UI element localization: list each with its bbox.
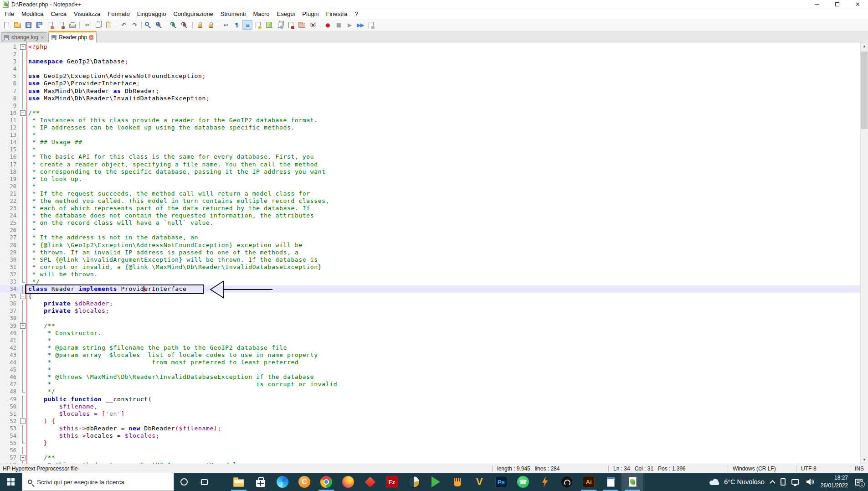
macro-save-button[interactable]	[366, 20, 376, 30]
show-hidden-icons-chevron[interactable]	[770, 480, 776, 486]
code-line[interactable]: 27 * If the address is not in the databa…	[0, 234, 868, 241]
code-line[interactable]: 32 * will be thrown.	[0, 271, 868, 278]
code-line[interactable]: 21 * If the request succeeds, the method…	[0, 190, 868, 197]
code-line[interactable]: 54 $this->locales = $locales;	[0, 432, 868, 439]
code-line[interactable]: 53 $this->dbReader = new DbReader($filen…	[0, 425, 868, 432]
code-line[interactable]: 36 private $dbReader;	[0, 300, 868, 307]
volume-icon[interactable]	[806, 478, 815, 486]
code-line[interactable]: 20 *	[0, 183, 868, 190]
code-line[interactable]: 57 /**	[0, 454, 868, 461]
find-button[interactable]	[144, 20, 154, 30]
taskbar-app-firefox[interactable]	[337, 473, 359, 491]
code-line[interactable]: 51 $locales = ['en']	[0, 410, 868, 418]
code-line[interactable]: 28 * {@link \GeoIp2\Exception\AddressNot…	[0, 242, 868, 249]
task-view-button[interactable]	[194, 473, 214, 491]
zoom-in-button[interactable]	[169, 20, 180, 30]
code-line[interactable]: 45 *	[0, 366, 868, 373]
macro-stop-button[interactable]: ■	[333, 20, 344, 30]
macro-play-button[interactable]: ▶	[344, 20, 354, 30]
code-line[interactable]: 23 * each of which represents part of th…	[0, 205, 868, 212]
code-line[interactable]: 19 * to look up.	[0, 176, 868, 183]
code-line[interactable]: 6use GeoIp2\ProviderInterface;	[0, 80, 868, 87]
code-line[interactable]: 55 }	[0, 439, 868, 447]
code-line[interactable]: 22 * the method you called. This model i…	[0, 197, 868, 205]
start-button[interactable]	[0, 473, 22, 491]
weather-widget[interactable]: 6°C Nuvoloso	[709, 478, 765, 486]
close-all-button[interactable]	[56, 20, 67, 30]
code-line[interactable]: 7use MaxMind\Db\Reader as DbReader;	[0, 88, 868, 95]
print-button[interactable]	[67, 20, 77, 30]
taskbar-app-file-explorer[interactable]	[228, 473, 250, 491]
taskbar-app-whatsapp[interactable]: ☎	[512, 473, 534, 491]
scrollbar-thumb[interactable]	[861, 52, 868, 129]
code-line[interactable]: 17 * create a reader object, specifying …	[0, 161, 868, 168]
code-line[interactable]: 41 *	[0, 337, 868, 344]
vertical-scrollbar[interactable]: ▲ ▼	[860, 42, 868, 464]
paste-button[interactable]	[103, 20, 114, 30]
code-line[interactable]: 1<?php	[0, 43, 868, 51]
menu-item-plugin[interactable]: Plugin	[298, 10, 322, 19]
code-line[interactable]: 18 * corresponding to the specific datab…	[0, 168, 868, 176]
word-wrap-button[interactable]: ↩	[220, 20, 231, 30]
taskbar-app-filezilla[interactable]: Fz	[381, 473, 403, 491]
code-line[interactable]: 9	[0, 102, 868, 109]
code-line[interactable]: 2	[0, 51, 868, 58]
code-line[interactable]: 13 *	[0, 131, 868, 139]
save-all-button[interactable]	[34, 20, 45, 30]
indent-guide-button[interactable]: ≡	[242, 20, 252, 30]
code-line[interactable]: 40 * Constructor.	[0, 330, 868, 337]
search-input[interactable]	[37, 479, 164, 486]
cut-button[interactable]: ✂	[82, 20, 92, 30]
code-line[interactable]: 3namespace GeoIp2\Database;	[0, 58, 868, 65]
code-line[interactable]: 4	[0, 65, 868, 72]
code-editor[interactable]: 1<?php23namespace GeoIp2\Database;45use …	[0, 42, 868, 464]
taskbar-app-lightning[interactable]	[534, 473, 556, 491]
menu-item-linguaggio[interactable]: Linguaggio	[134, 10, 170, 19]
code-line[interactable]: 52 ) {	[0, 418, 868, 425]
menu-item-help[interactable]: ?	[351, 10, 361, 19]
status-eol-format[interactable]: Windows (CR LF)	[728, 465, 796, 472]
code-line[interactable]: 42 * @param string $filename the path to…	[0, 344, 868, 351]
document-map-button[interactable]	[264, 20, 274, 30]
sync-scroll-horizontal-button[interactable]	[205, 20, 216, 30]
code-line[interactable]: 15 *	[0, 146, 868, 153]
code-line[interactable]: 49 public function __construct(	[0, 396, 868, 403]
taskbar-search[interactable]	[22, 473, 174, 491]
tab-close-icon[interactable]: ×	[41, 35, 44, 40]
code-line[interactable]: 30 * SPL {@link \InvalidArgumentExceptio…	[0, 256, 868, 264]
code-line[interactable]: 58 * This method returns a GeoIP2 Anonym…	[0, 461, 868, 464]
taskbar-app-gold-v[interactable]: V	[468, 473, 490, 491]
code-line[interactable]: 38	[0, 315, 868, 322]
tab-Reader-php[interactable]: Reader.php×	[48, 31, 97, 42]
menu-item-configurazione[interactable]: Configurazione	[169, 10, 216, 19]
code-line[interactable]: 48 */	[0, 388, 868, 395]
taskbar-app-ccleaner[interactable]: C	[293, 473, 315, 491]
fold-marker[interactable]	[19, 454, 26, 461]
open-file-button[interactable]	[12, 20, 23, 30]
taskbar-app-notepad-plus-plus[interactable]	[621, 473, 643, 491]
taskbar-app-chrome[interactable]	[315, 473, 337, 491]
new-file-button[interactable]	[1, 20, 12, 30]
menu-item-modifica[interactable]: Modifica	[18, 10, 47, 19]
tab-change-log[interactable]: change.log×	[1, 32, 47, 42]
taskbar-app-notepad[interactable]	[600, 473, 621, 491]
fold-marker[interactable]	[19, 109, 26, 117]
code-line[interactable]: 39 /**	[0, 322, 868, 330]
status-encoding[interactable]: UTF-8	[796, 465, 850, 472]
scroll-down-icon[interactable]: ▼	[861, 456, 868, 464]
taskbar-app-green-media[interactable]	[425, 473, 447, 491]
code-line[interactable]: 56	[0, 447, 868, 454]
fold-marker[interactable]	[19, 322, 26, 330]
menu-item-formato[interactable]: Formato	[104, 10, 133, 19]
save-button[interactable]	[23, 20, 34, 30]
code-line[interactable]: 43 * @param array $locales list of local…	[0, 351, 868, 359]
code-line[interactable]: 12 * IP addresses can be looked up using…	[0, 124, 868, 131]
macro-record-button[interactable]: ●	[322, 20, 333, 30]
close-button[interactable]	[45, 20, 56, 30]
code-line[interactable]: 31 * corrupt or invalid, a {@link \MaxMi…	[0, 264, 868, 271]
code-line[interactable]: 46 * @throws \MaxMind\Db\Reader\InvalidD…	[0, 373, 868, 381]
function-completion-button[interactable]	[253, 20, 263, 30]
minimize-button[interactable]	[806, 0, 827, 9]
code-line[interactable]: 37 private $locales;	[0, 307, 868, 315]
clock[interactable]: 18:27 26/01/2022	[821, 474, 848, 490]
